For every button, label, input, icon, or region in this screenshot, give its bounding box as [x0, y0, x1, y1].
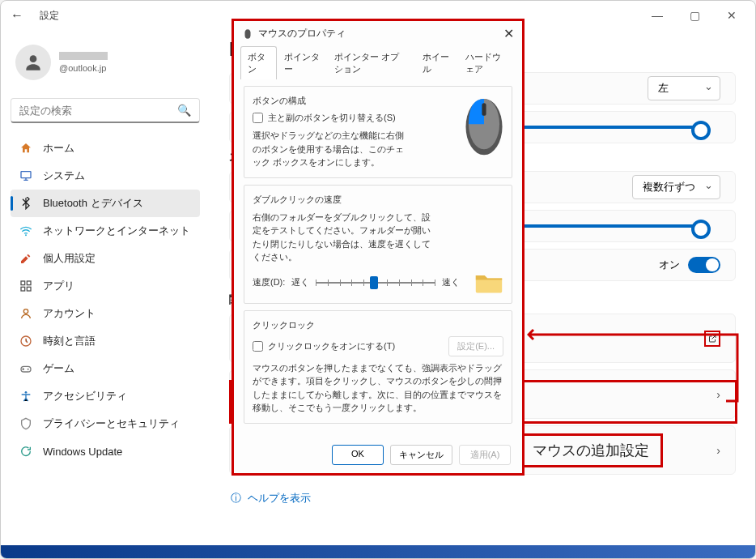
sidebar-item-privacy[interactable]: プライバシーとセキュリティ: [11, 410, 200, 437]
close-button[interactable]: ✕: [715, 4, 749, 27]
minimize-button[interactable]: —: [640, 4, 674, 27]
sidebar-item-gaming[interactable]: ゲーム: [11, 355, 200, 382]
sidebar-item-label: アカウント: [43, 306, 96, 321]
dialog-title: マウスのプロパティ: [258, 27, 346, 41]
ok-button[interactable]: OK: [332, 445, 384, 465]
svg-rect-5: [21, 287, 25, 291]
account-icon: [19, 306, 33, 321]
dialog-close-button[interactable]: ✕: [503, 26, 514, 41]
speed-label: 速度(D):: [253, 276, 285, 288]
sidebar-item-label: ネットワークとインターネット: [43, 224, 190, 238]
svg-rect-4: [27, 281, 31, 285]
svg-point-11: [25, 391, 28, 394]
update-icon: [19, 444, 33, 459]
dialog-tab-2[interactable]: ポインター オプション: [327, 46, 415, 79]
apps-icon: [19, 279, 33, 293]
privacy-icon: [19, 416, 33, 431]
sidebar-item-label: ホーム: [43, 141, 74, 156]
chevron-right-icon: ›: [716, 444, 720, 457]
sidebar-item-network[interactable]: ネットワークとインターネット: [11, 217, 200, 245]
doubleclick-legend: ダブルクリックの速度: [253, 194, 503, 206]
bluetooth-icon: [19, 196, 33, 211]
cancel-button[interactable]: キャンセル: [390, 445, 452, 465]
search-icon: 🔍: [177, 104, 191, 117]
sidebar-item-label: Bluetooth とデバイス: [43, 196, 143, 211]
search-input-wrap[interactable]: 🔍: [11, 98, 200, 123]
apply-button: 適用(A): [459, 445, 511, 465]
time-icon: [19, 334, 33, 348]
doubleclick-desc: 右側のフォルダーをダブルクリックして、設定をテストしてください。フォルダーが開い…: [253, 211, 439, 264]
annotation-callout: マウスの追加設定: [519, 433, 663, 467]
avatar: [15, 45, 51, 80]
home-icon: [19, 141, 33, 156]
profile-email: @outlook.jp: [59, 63, 108, 73]
scroll-mode-dropdown[interactable]: 複数行ずつ: [632, 175, 720, 199]
svg-rect-3: [21, 281, 25, 285]
svg-point-10: [28, 369, 29, 370]
sidebar-item-personalize[interactable]: 個人用設定: [11, 245, 200, 272]
sidebar-item-home[interactable]: ホーム: [11, 134, 200, 162]
clicklock-desc: マウスのボタンを押したままでなくても、強調表示やドラッグができます。項目をクリッ…: [253, 361, 503, 415]
personalize-icon: [19, 251, 33, 266]
svg-rect-1: [21, 172, 31, 178]
clicklock-settings-button: 設定(E)...: [448, 336, 503, 356]
fast-label: 速く: [442, 276, 460, 288]
swap-buttons-checkbox[interactable]: [253, 113, 263, 123]
sidebar-item-system[interactable]: システム: [11, 162, 200, 190]
system-icon: [19, 169, 33, 183]
clicklock-checkbox[interactable]: [253, 341, 263, 352]
dialog-tab-1[interactable]: ポインター: [277, 46, 327, 79]
svg-rect-6: [27, 287, 31, 291]
sidebar-item-apps[interactable]: アプリ: [11, 272, 200, 300]
clicklock-label: クリックロックをオンにする(T): [268, 340, 395, 352]
svg-point-0: [30, 55, 37, 62]
gaming-icon: [19, 361, 33, 376]
sidebar-item-label: システム: [43, 169, 85, 183]
sidebar-item-label: アプリ: [43, 279, 74, 293]
help-icon: ⓘ: [231, 491, 241, 506]
svg-point-2: [25, 234, 27, 236]
maximize-button[interactable]: ▢: [677, 4, 711, 27]
profile-name-redacted: [59, 52, 108, 60]
dialog-tab-0[interactable]: ボタン: [240, 46, 277, 79]
network-icon: [19, 224, 33, 238]
sidebar-item-label: 個人用設定: [43, 251, 96, 266]
folder-icon[interactable]: [474, 271, 503, 295]
swap-buttons-label: 主と副のボタンを切り替える(S): [268, 112, 396, 124]
back-button[interactable]: ←: [7, 6, 27, 25]
primary-button-dropdown[interactable]: 左: [648, 76, 720, 100]
window-title: 設定: [40, 9, 59, 23]
sidebar-item-label: Windows Update: [43, 446, 122, 458]
mouse-icon: [242, 28, 253, 40]
sidebar-item-time[interactable]: 時刻と言語: [11, 327, 200, 355]
clicklock-legend: クリックロック: [253, 319, 503, 331]
svg-point-7: [23, 309, 28, 314]
toggle-label: オン: [659, 258, 680, 272]
dialog-tab-4[interactable]: ハードウェア: [458, 46, 516, 79]
taskbar-edge: [1, 545, 755, 558]
sidebar-item-label: アクセシビリティ: [43, 389, 127, 403]
accessibility-icon: [19, 389, 33, 403]
search-input[interactable]: [19, 105, 177, 117]
sidebar-item-label: プライバシーとセキュリティ: [43, 416, 180, 431]
swap-buttons-desc: 選択やドラッグなどの主な機能に右側のボタンを使用する場合は、このチェック ボック…: [253, 129, 406, 169]
svg-rect-14: [482, 103, 486, 116]
help-link[interactable]: ⓘ ヘルプを表示: [229, 481, 736, 515]
sidebar-item-update[interactable]: Windows Update: [11, 437, 200, 465]
dialog-tab-3[interactable]: ホイール: [415, 46, 458, 79]
sidebar-item-account[interactable]: アカウント: [11, 300, 200, 327]
annotation-arrow: [527, 328, 745, 433]
slow-label: 遅く: [291, 276, 309, 288]
doubleclick-speed-slider[interactable]: [316, 275, 435, 291]
sidebar-item-bluetooth[interactable]: Bluetooth とデバイス: [11, 190, 200, 217]
mouse-illustration: [463, 93, 505, 156]
sidebar-item-label: 時刻と言語: [43, 334, 96, 348]
sidebar-item-accessibility[interactable]: アクセシビリティ: [11, 382, 200, 410]
sidebar-item-label: ゲーム: [43, 361, 74, 376]
inactive-scroll-toggle[interactable]: [688, 257, 720, 273]
profile-block[interactable]: @outlook.jp: [11, 36, 200, 88]
mouse-properties-dialog: マウスのプロパティ ✕ ボタンポインターポインター オプションホイールハードウェ…: [231, 19, 525, 476]
